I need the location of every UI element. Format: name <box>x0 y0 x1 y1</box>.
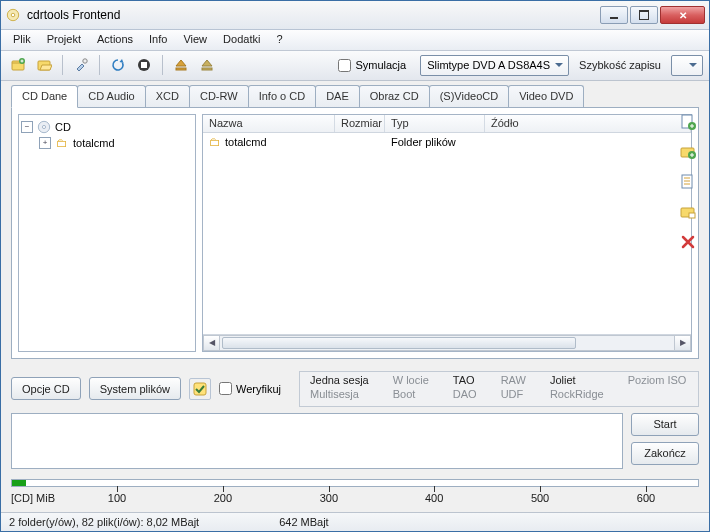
tabs: CD Dane CD Audio XCD CD-RW Info o CD DAE… <box>1 81 709 107</box>
list-header: Nazwa Rozmiar Typ Źódło <box>203 115 691 133</box>
zakoncz-button[interactable]: Zakończ <box>631 442 699 465</box>
tool-refresh-icon[interactable] <box>107 54 129 76</box>
folder-tree[interactable]: − CD + 🗀 totalcmd <box>18 114 196 352</box>
svg-rect-8 <box>176 68 186 70</box>
check-icon[interactable] <box>189 378 211 400</box>
tab-video-dvd[interactable]: Video DVD <box>508 85 584 107</box>
svg-point-11 <box>42 125 45 128</box>
tree-root-label: CD <box>55 121 71 133</box>
h-scrollbar[interactable]: ◀ ▶ <box>203 334 691 351</box>
tick-400: 400 <box>425 492 443 504</box>
opt-joliet[interactable]: Joliet <box>550 374 604 386</box>
opt-boot[interactable]: Boot <box>393 388 429 400</box>
tool-eject-icon[interactable] <box>170 54 192 76</box>
status-right: 642 MBajt <box>279 516 329 528</box>
opt-dao[interactable]: DAO <box>453 388 477 400</box>
side-add-folder-icon[interactable] <box>678 142 698 162</box>
cell-type: Folder plików <box>385 135 485 149</box>
col-type[interactable]: Typ <box>385 115 485 132</box>
expand-icon[interactable]: + <box>39 137 51 149</box>
list-item[interactable]: 🗀 totalcmd Folder plików <box>203 133 691 151</box>
menu-projekt[interactable]: Projekt <box>39 30 89 50</box>
side-new-folder-icon[interactable] <box>678 202 698 222</box>
log-area-row: Start Zakończ <box>11 413 699 469</box>
options-row: Opcje CD System plików Weryfikuj Jedna s… <box>11 371 699 407</box>
close-button[interactable]: ✕ <box>660 6 705 24</box>
side-add-file-icon[interactable] <box>678 112 698 132</box>
start-button[interactable]: Start <box>631 413 699 436</box>
tab-info-o-cd[interactable]: Info o CD <box>248 85 316 107</box>
side-new-doc-icon[interactable] <box>678 172 698 192</box>
opt-onthefly[interactable]: W locie <box>393 374 429 386</box>
opt-raw[interactable]: RAW <box>501 374 526 386</box>
tab-panel: − CD + 🗀 totalcmd Nazwa Rozmiar Typ Źó <box>11 107 699 359</box>
tab-cd-audio[interactable]: CD Audio <box>77 85 145 107</box>
minimize-button[interactable] <box>600 6 628 24</box>
menu-view[interactable]: View <box>175 30 215 50</box>
svg-point-1 <box>11 13 15 17</box>
app-icon <box>5 7 21 23</box>
titlebar: cdrtools Frontend ✕ <box>1 1 709 30</box>
col-size[interactable]: Rozmiar <box>335 115 385 132</box>
simulation-checkbox[interactable]: Symulacja <box>338 59 406 72</box>
tool-open-icon[interactable] <box>33 54 55 76</box>
tree-item[interactable]: + 🗀 totalcmd <box>21 135 193 151</box>
opt-tao[interactable]: TAO <box>453 374 477 386</box>
tool-new-icon[interactable] <box>7 54 29 76</box>
ruler-unit: [CD] MiB <box>11 492 55 504</box>
status-left: 2 folder(y/ów), 82 plik(i/ów): 8,02 MBaj… <box>9 516 199 528</box>
folder-icon: 🗀 <box>209 135 221 149</box>
cd-icon <box>37 120 51 134</box>
app-window: cdrtools Frontend ✕ Plik Projekt Actions… <box>0 0 710 532</box>
log-textarea[interactable] <box>11 413 623 469</box>
menu-actions[interactable]: Actions <box>89 30 141 50</box>
toolbar: Symulacja Slimtype DVD A DS8A4S Szybkość… <box>1 51 709 80</box>
verify-label: Weryfikuj <box>236 383 281 395</box>
menu-plik[interactable]: Plik <box>5 30 39 50</box>
opt-session[interactable]: Jedna sesja <box>310 374 369 386</box>
folder-icon: 🗀 <box>55 136 69 150</box>
scroll-left-icon[interactable]: ◀ <box>203 335 220 351</box>
scroll-thumb[interactable] <box>222 337 576 349</box>
system-plikow-button[interactable]: System plików <box>89 377 181 400</box>
list-body[interactable]: 🗀 totalcmd Folder plików <box>203 133 691 334</box>
opt-isolevel[interactable]: Poziom ISO <box>628 374 687 386</box>
tab-svideocd[interactable]: (S)VideoCD <box>429 85 510 107</box>
menu-info[interactable]: Info <box>141 30 175 50</box>
scroll-right-icon[interactable]: ▶ <box>674 335 691 351</box>
verify-checkbox[interactable]: Weryfikuj <box>219 382 281 395</box>
status-bar: 2 folder(y/ów), 82 plik(i/ów): 8,02 MBaj… <box>1 512 709 531</box>
tick-200: 200 <box>214 492 232 504</box>
tree-root[interactable]: − CD <box>21 119 193 135</box>
tick-300: 300 <box>320 492 338 504</box>
file-list-pane: Nazwa Rozmiar Typ Źódło 🗀 totalcmd Fo <box>202 114 692 352</box>
side-delete-icon[interactable] <box>678 232 698 252</box>
menu-dodatki[interactable]: Dodatki <box>215 30 268 50</box>
tab-cd-rw[interactable]: CD-RW <box>189 85 249 107</box>
opt-multisession[interactable]: Multisesja <box>310 388 369 400</box>
opcje-cd-button[interactable]: Opcje CD <box>11 377 81 400</box>
opt-udf[interactable]: UDF <box>501 388 526 400</box>
tab-xcd[interactable]: XCD <box>145 85 190 107</box>
tab-obraz-cd[interactable]: Obraz CD <box>359 85 430 107</box>
col-name[interactable]: Nazwa <box>203 115 335 132</box>
tool-eject2-icon[interactable] <box>196 54 218 76</box>
svg-rect-18 <box>689 213 695 218</box>
disc-usage-meter: [CD] MiB 100 200 300 400 500 600 <box>11 479 699 508</box>
drive-combo[interactable]: Slimtype DVD A DS8A4S <box>420 55 569 76</box>
tab-cd-dane[interactable]: CD Dane <box>11 85 78 108</box>
tool-stop-icon[interactable] <box>133 54 155 76</box>
tool-config-icon[interactable] <box>70 54 92 76</box>
svg-rect-7 <box>141 62 147 68</box>
collapse-icon[interactable]: − <box>21 121 33 133</box>
tick-500: 500 <box>531 492 549 504</box>
window-title: cdrtools Frontend <box>27 8 598 22</box>
tick-600: 600 <box>637 492 655 504</box>
tree-item-label: totalcmd <box>73 137 115 149</box>
tab-dae[interactable]: DAE <box>315 85 360 107</box>
speed-combo[interactable] <box>671 55 703 76</box>
col-source[interactable]: Źódło <box>485 115 691 132</box>
menu-help[interactable]: ? <box>268 30 290 50</box>
maximize-button[interactable] <box>630 6 658 24</box>
opt-rockridge[interactable]: RockRidge <box>550 388 604 400</box>
